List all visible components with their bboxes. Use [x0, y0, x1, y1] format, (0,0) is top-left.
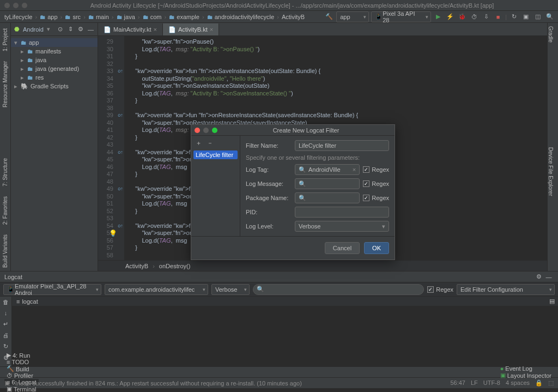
log-tag-regex-checkbox[interactable]: Regex [363, 166, 389, 173]
package-name-input[interactable]: 🔍 [295, 192, 360, 203]
tree-item[interactable]: ▸🖿java (generated) [11, 64, 98, 73]
tree-item[interactable]: ▾🖿app [11, 38, 98, 47]
device-file-explorer-tab[interactable]: Device File Explorer [548, 144, 554, 199]
status-item[interactable]: 4 spaces [506, 379, 530, 386]
logcat-filter-config-dropdown[interactable]: Edit Filter Configuration [457, 284, 555, 295]
tool-window-button[interactable]: ▣Layout Inspector [498, 372, 554, 379]
logcat-regex-checkbox[interactable]: Regex [427, 286, 453, 293]
filter-name-input[interactable] [295, 140, 389, 151]
breadcrumb-item[interactable]: 🖿 java [116, 14, 136, 20]
structure-tool-tab[interactable]: 7: Structure [2, 155, 8, 190]
attach-debugger-icon[interactable]: ⇩ [481, 12, 491, 22]
resource-manager-tool-tab[interactable]: Resource Manager [2, 58, 8, 111]
logcat-content-tab[interactable]: ≡ logcat▤ [12, 297, 558, 306]
logcat-search-input[interactable]: 🔍 [253, 284, 424, 295]
status-item[interactable]: 56:47 [450, 379, 465, 386]
package-name-regex-checkbox[interactable]: Regex [363, 195, 389, 201]
intention-bulb-icon[interactable]: 💡 [109, 230, 117, 237]
avd-manager-icon[interactable]: ▣ [521, 12, 531, 22]
editor-tab[interactable]: 📄ActivityB.kt× [163, 23, 219, 35]
tool-window-button[interactable]: ⏱Profiler [4, 372, 39, 379]
minimize-window-icon[interactable] [13, 3, 19, 8]
build-variants-tool-tab[interactable]: Build Variants [2, 231, 8, 271]
close-tab-icon[interactable]: × [210, 26, 213, 33]
filter-list-item[interactable]: LifeCycle filter [193, 150, 238, 159]
tree-item[interactable]: ▸🖿manifests [11, 47, 98, 56]
tree-item[interactable]: ▸🐘Gradle Scripts [11, 82, 98, 91]
log-message-regex-checkbox[interactable]: Regex [363, 180, 389, 187]
close-window-icon[interactable] [4, 3, 10, 8]
pid-input[interactable] [295, 207, 389, 218]
project-pane: ⬣ Android ▾ ⊙ ⇕ ⚙ — ▾🖿app▸🖿manifests▸🖿ja… [11, 23, 98, 271]
window-title: Android Activity Lifecycle [~/AndroidStu… [31, 2, 554, 9]
add-filter-icon[interactable]: ＋ [196, 139, 202, 147]
layout-icon[interactable]: ▤ [549, 298, 555, 305]
search-everywhere-icon[interactable]: 🔍 [545, 12, 555, 22]
select-opened-file-icon[interactable]: ⊙ [57, 25, 64, 34]
breadcrumb-item[interactable]: 🖿 androidactivitylifecycle [206, 14, 276, 20]
stop-icon[interactable]: ■ [493, 12, 503, 22]
ok-button[interactable]: OK [364, 242, 389, 254]
breadcrumb-item[interactable]: 🖿 src [64, 14, 82, 20]
log-message-input[interactable]: 🔍 [295, 178, 360, 189]
soft-wrap-icon[interactable]: ↵ [3, 321, 8, 328]
project-view-dropdown[interactable]: Android [23, 26, 44, 33]
close-tab-icon[interactable]: × [153, 26, 156, 33]
clear-logcat-icon[interactable]: 🗑 [3, 299, 9, 305]
close-icon[interactable] [195, 128, 200, 133]
breadcrumb-item[interactable]: 🖿 example [168, 14, 201, 20]
window-controls[interactable] [4, 3, 27, 8]
log-tag-input[interactable]: 🔍AndroidVille× [295, 164, 360, 175]
breadcrumb-item[interactable]: 🖿 app [39, 14, 58, 20]
status-item[interactable]: 🔒 [535, 379, 543, 386]
gradle-tool-tab[interactable]: Gradle [548, 23, 554, 46]
editor-breadcrumb[interactable]: ActivityB›onDestroy() [98, 260, 547, 271]
breadcrumbs[interactable]: tyLifecycle › 🖿 app › 🖿 src › 🖿 main › 🖿… [3, 14, 306, 20]
collapse-all-icon[interactable]: ⇕ [67, 25, 74, 34]
logcat-package-dropdown[interactable]: com.example.androidactivitylifec [105, 284, 208, 295]
logcat-output[interactable] [12, 306, 558, 366]
project-tree[interactable]: ▾🖿app▸🖿manifests▸🖿java▸🖿java (generated)… [11, 36, 98, 93]
gear-icon[interactable]: ⚙ [77, 25, 84, 34]
tool-window-button[interactable]: 🔨Build [4, 365, 39, 372]
status-item[interactable]: ⬚ [548, 379, 554, 386]
debug-icon[interactable]: 🐞 [457, 12, 467, 22]
zoom-window-icon[interactable] [22, 3, 27, 8]
apply-changes-icon[interactable]: ⚡ [445, 12, 455, 22]
tree-item[interactable]: ▸🖿java [11, 56, 98, 64]
breadcrumb-item[interactable]: ActivityB [281, 14, 306, 20]
tool-window-button[interactable]: ≡TODO [4, 359, 39, 365]
run-config-dropdown[interactable]: app [336, 11, 369, 22]
remove-filter-icon[interactable]: － [207, 139, 213, 147]
editor-tab[interactable]: 📄MainActivity.kt× [98, 23, 163, 35]
tool-window-button[interactable]: ▶4: Run [4, 352, 39, 359]
gear-icon[interactable]: ⚙ [534, 272, 544, 282]
make-project-icon[interactable]: 🔨 [324, 12, 334, 22]
tool-window-button[interactable]: ●Event Log [498, 365, 554, 372]
logcat-level-dropdown[interactable]: Verbose [211, 284, 250, 295]
status-item[interactable]: UTF-8 [483, 379, 500, 386]
print-icon[interactable]: 🖨 [3, 332, 9, 339]
profile-icon[interactable]: ⏱ [469, 12, 479, 22]
hide-pane-icon[interactable]: — [87, 25, 94, 34]
zoom-icon[interactable] [212, 128, 217, 133]
cancel-button[interactable]: Cancel [325, 242, 360, 254]
hide-logcat-icon[interactable]: — [544, 272, 554, 282]
breadcrumb-item[interactable]: 🖿 main [87, 14, 110, 20]
log-level-select[interactable]: Verbose [295, 221, 389, 232]
scroll-to-end-icon[interactable]: ↓ [4, 310, 8, 316]
sdk-manager-icon[interactable]: ◫ [533, 12, 543, 22]
favorites-tool-tab[interactable]: 2: Favorites [2, 193, 8, 228]
sync-project-icon[interactable]: ↻ [509, 12, 519, 22]
project-tool-tab[interactable]: 1: Project [2, 25, 8, 55]
breadcrumb-item[interactable]: 🖿 com [142, 14, 163, 20]
tree-item[interactable]: ▸🖿res [11, 73, 98, 82]
restart-icon[interactable]: ↻ [3, 343, 8, 350]
run-icon[interactable]: ▶ [433, 12, 443, 22]
breadcrumb-item[interactable]: tyLifecycle [3, 14, 33, 20]
status-item[interactable]: LF [471, 379, 478, 386]
logcat-device-dropdown[interactable]: 📱 Emulator Pixel_3a_API_28 Androi [3, 284, 101, 295]
device-dropdown[interactable]: 📱 Pixel 3a API 28 [371, 11, 431, 22]
tool-window-quick-access-icon[interactable]: ▣ [4, 379, 10, 387]
clear-icon[interactable]: × [353, 166, 356, 173]
